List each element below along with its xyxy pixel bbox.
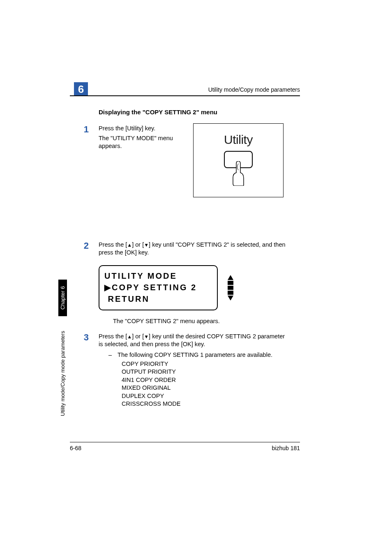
step-3-text: Press the [▲] or [▼] key until the desir… [99, 333, 288, 349]
side-tabs: Chapter 6 Utility mode/Copy mode paramet… [58, 280, 67, 428]
text-fragment: Press the [ [99, 241, 127, 248]
text-fragment: ] or [ [132, 241, 144, 248]
page-footer: 6-68 bizhub 181 [70, 442, 300, 451]
utility-button-icon [224, 151, 253, 168]
step-1-line2: The "UTILITY MODE" menu appears. [99, 134, 181, 150]
up-triangle-icon: ▲ [127, 242, 132, 248]
step-2-result: The "COPY SETTING 2" menu appears. [113, 318, 300, 324]
step-3: 3 Press the [▲] or [▼] key until the des… [70, 333, 300, 408]
lcd-indent [104, 294, 108, 303]
step-3-bullet: – The following COPY SETTING 1 parameter… [108, 351, 288, 408]
down-triangle-icon: ▼ [144, 242, 149, 248]
bullet-text: The following COPY SETTING 1 parameters … [118, 351, 272, 359]
lcd-figure: UTILITY MODE ▶COPY SETTING 2 RETURN [99, 265, 300, 310]
step-2-text: Press the [▲] or [▼] key until "COPY SET… [99, 241, 288, 257]
text-fragment: Press the [ [99, 333, 127, 340]
scroll-block-icon [228, 286, 233, 290]
lcd-line-3: RETURN [104, 293, 212, 305]
list-item: DUPLEX COPY [122, 392, 288, 400]
step-number: 3 [70, 333, 99, 408]
list-item: CRISSCROSS MODE [122, 400, 288, 408]
svg-marker-0 [228, 275, 233, 280]
section-title: Displaying the "COPY SETTING 2" menu [99, 109, 300, 116]
down-triangle-icon: ▼ [144, 334, 149, 340]
lcd-cursor-icon: ▶ [104, 283, 112, 292]
step-1-line1: Press the [Utility] key. [99, 125, 181, 133]
lcd-line-2: ▶COPY SETTING 2 [104, 282, 212, 293]
up-arrow-icon [228, 275, 233, 280]
svg-marker-1 [228, 296, 233, 301]
scroll-block-icon [228, 281, 233, 285]
scroll-block-icon [228, 291, 233, 295]
bullet-dash: – [108, 351, 112, 359]
running-head: Utility mode/Copy mode parameters [70, 86, 300, 93]
lcd-line-1: UTILITY MODE [104, 270, 212, 282]
lcd-screen: UTILITY MODE ▶COPY SETTING 2 RETURN [99, 265, 218, 310]
lcd-text: RETURN [108, 294, 150, 303]
step-number: 2 [70, 241, 99, 257]
chapter-tab: Chapter 6 [58, 280, 67, 316]
finger-press-icon [231, 161, 245, 186]
lcd-text: COPY SETTING 2 [112, 283, 197, 292]
parameter-list: COPY PRIORITY OUTPUT PRIORITY 4IN1 COPY … [122, 360, 288, 408]
list-item: OUTPUT PRIORITY [122, 368, 288, 376]
text-fragment: ] or [ [132, 333, 144, 340]
list-item: COPY PRIORITY [122, 360, 288, 368]
list-item: MIXED ORIGINAL [122, 384, 288, 392]
down-arrow-icon [228, 296, 233, 301]
list-item: 4IN1 COPY ORDER [122, 376, 288, 384]
page-number: 6-68 [70, 445, 81, 451]
model-name: bizhub 181 [272, 445, 300, 451]
step-2: 2 Press the [▲] or [▼] key until "COPY S… [70, 241, 300, 257]
step-number: 1 [70, 125, 99, 150]
section-tab: Utility mode/Copy mode parameters [58, 318, 67, 429]
utility-key-figure: Utility [193, 123, 284, 197]
utility-key-label: Utility [194, 133, 283, 147]
up-triangle-icon: ▲ [127, 334, 132, 340]
lcd-scroll-indicator [228, 275, 233, 301]
header-rule [70, 95, 300, 96]
